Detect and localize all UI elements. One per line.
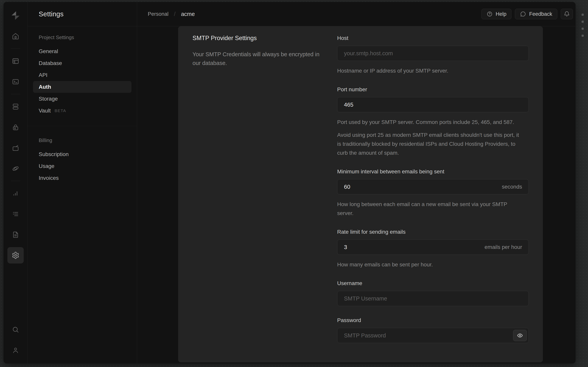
sidebar-item-auth[interactable]: Auth [33,81,131,93]
nav-section-project-settings: Project Settings [33,34,131,41]
home-icon[interactable] [7,28,24,44]
username-input[interactable] [337,291,529,306]
interval-label: Minimum interval between emails being se… [337,168,529,175]
storage-icon[interactable] [7,140,24,156]
content-area: SMTP Provider Settings Your SMTP Credent… [137,26,576,364]
database-icon[interactable] [7,99,24,115]
help-button[interactable]: Help [482,9,512,19]
feedback-button[interactable]: Feedback [515,9,557,19]
main-area: Personal / acme Help Feedba [137,2,576,364]
port-field-group: Port number Port used by your SMTP serve… [337,86,529,158]
sidebar-item-database[interactable]: Database [33,57,131,69]
interval-field-group: Minimum interval between emails being se… [337,168,529,218]
rate-limit-field-group: Rate limit for sending emails emails per… [337,229,529,269]
smtp-settings-panel: SMTP Provider Settings Your SMTP Credent… [178,26,543,362]
bell-icon [564,11,570,17]
logs-icon[interactable] [7,206,24,222]
breadcrumb: Personal / acme [148,11,195,17]
docs-icon[interactable] [7,226,24,243]
host-help-text: Hostname or IP address of your SMTP serv… [337,66,524,75]
breadcrumb-separator: / [174,11,176,17]
feedback-bubble-icon [520,11,526,17]
help-circle-icon [486,11,493,17]
section-header: SMTP Provider Settings Your SMTP Credent… [193,35,337,354]
host-field-group: Host Hostname or IP address of your SMTP… [337,35,529,75]
port-note-text: Avoid using port 25 as modern SMTP email… [337,131,524,158]
interval-input[interactable] [337,179,529,194]
beta-badge: BETA [55,108,66,113]
sidebar-item-invoices[interactable]: Invoices [33,172,131,184]
sql-editor-icon[interactable] [7,74,24,90]
table-editor-icon[interactable] [7,53,24,69]
project-settings-gear-icon[interactable] [7,247,24,263]
rail-divider [11,94,20,94]
app-window: Settings Project Settings General Databa… [3,2,576,364]
search-icon[interactable] [7,321,24,338]
supabase-logo[interactable] [7,7,24,24]
topbar: Personal / acme Help Feedba [137,2,576,26]
port-input[interactable] [337,97,529,112]
host-input[interactable] [337,46,529,61]
sidebar-item-storage[interactable]: Storage [33,93,131,105]
scrollbar-dots [582,14,584,37]
auth-lock-icon[interactable] [7,119,24,135]
settings-sidebar: Settings Project Settings General Databa… [28,2,137,364]
username-label: Username [337,280,529,287]
notifications-button[interactable] [561,9,573,19]
sidebar-item-general[interactable]: General [33,45,131,57]
password-label: Password [337,317,529,324]
reports-icon[interactable] [7,185,24,202]
sidebar-item-vault[interactable]: Vault BETA [33,105,131,117]
rate-limit-help-text: How many emails can be sent per hour. [337,260,524,269]
password-input[interactable] [337,328,529,343]
eye-icon [517,332,523,339]
edge-functions-icon[interactable] [7,160,24,177]
username-field-group: Username [337,280,529,306]
rate-limit-label: Rate limit for sending emails [337,229,529,235]
breadcrumb-org[interactable]: Personal [148,11,169,17]
desktop: { "app": { "nav_title": "Settings", "bre… [0,0,588,367]
sidebar-item-usage[interactable]: Usage [33,160,131,172]
port-help-text: Port used by your SMTP server. Common po… [337,118,524,127]
host-label: Host [337,35,529,42]
breadcrumb-project[interactable]: acme [181,11,195,17]
port-label: Port number [337,86,529,93]
smtp-form: Host Hostname or IP address of your SMTP… [337,35,529,354]
interval-help-text: How long between each email can a new em… [337,200,524,218]
section-description: Your SMTP Credentials will always be enc… [193,50,323,67]
password-field-group: Password [337,317,529,343]
toggle-password-visibility-button[interactable] [513,330,527,341]
sidebar-item-subscription[interactable]: Subscription [33,148,131,160]
rate-limit-input[interactable] [337,240,529,255]
nav-section-billing: Billing [33,137,131,144]
section-title: SMTP Provider Settings [193,35,337,42]
sidebar-item-api[interactable]: API [33,69,131,81]
rail-divider [11,181,20,181]
account-icon[interactable] [7,342,24,359]
sidebar-title: Settings [28,2,137,26]
icon-rail [3,2,28,364]
